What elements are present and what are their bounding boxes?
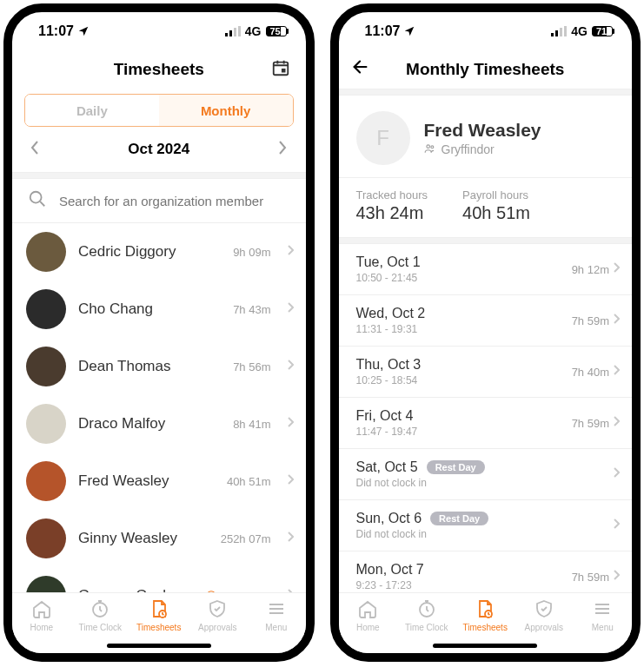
network-label: 4G <box>245 24 262 38</box>
home-indicator[interactable] <box>107 644 211 648</box>
rest-day-badge: Rest Day <box>427 460 485 474</box>
member-name: Fred Weasley <box>78 472 215 490</box>
prev-month-button[interactable] <box>26 140 43 160</box>
search-row[interactable] <box>12 179 306 222</box>
day-duration: 7h 59m <box>572 314 609 327</box>
tab-menu[interactable]: Menu <box>574 598 633 632</box>
day-title: Thu, Oct 3 <box>356 357 572 373</box>
member-row[interactable]: Cedric Diggory9h 09m <box>12 223 306 281</box>
member-time: 7h 43m <box>233 303 270 316</box>
tab-monthly[interactable]: Monthly <box>159 95 293 126</box>
timesheet-icon <box>475 598 495 621</box>
divider <box>339 89 633 96</box>
stat-label: Tracked hours <box>356 188 428 201</box>
chevron-right-icon <box>613 364 620 380</box>
group-label: Gryffindor <box>442 142 495 156</box>
search-input[interactable] <box>59 194 290 208</box>
back-button[interactable] <box>351 57 370 82</box>
chevron-right-icon <box>613 569 620 584</box>
day-title: Tue, Oct 1 <box>356 254 572 270</box>
member-row[interactable]: Cho Chang7h 43m <box>12 281 306 338</box>
member-time: 252h 07m <box>221 532 271 545</box>
status-time: 11:07 <box>365 23 401 39</box>
stat-value: 43h 24m <box>356 203 428 223</box>
day-row[interactable]: Mon, Oct 79:23 - 17:237h 59m <box>339 551 633 592</box>
shield-check-icon <box>534 598 554 621</box>
day-title: Fri, Oct 4 <box>356 408 572 424</box>
signal-icon <box>225 26 241 36</box>
phone-timesheets-list: 11:07 4G 75 Timesheets Daily Monthly <box>3 3 315 662</box>
svg-point-14 <box>426 144 429 148</box>
member-row[interactable]: Dean Thomas7h 56m <box>12 338 306 395</box>
tab-label: Home <box>356 623 380 632</box>
status-bar: 11:07 4G 71 <box>339 12 633 50</box>
chevron-right-icon <box>613 313 620 328</box>
svg-point-15 <box>430 145 433 148</box>
payroll-hours-stat: Payroll hours 40h 51m <box>462 188 530 223</box>
day-duration: 9h 12m <box>572 263 609 276</box>
avatar <box>26 461 66 501</box>
member-row[interactable]: Ginny Weasley252h 07m <box>12 510 306 567</box>
page-title: Monthly Timesheets <box>406 60 564 79</box>
home-indicator[interactable] <box>433 644 537 648</box>
calendar-icon[interactable] <box>271 58 290 82</box>
member-name: Cedric Diggory <box>78 243 221 261</box>
status-time: 11:07 <box>38 23 74 39</box>
svg-rect-11 <box>555 30 558 36</box>
svg-rect-2 <box>234 28 236 36</box>
day-subtitle: 9:23 - 17:23 <box>356 579 572 591</box>
view-segmented-control: Daily Monthly <box>12 89 306 127</box>
day-row[interactable]: Thu, Oct 310:25 - 18:547h 40m <box>339 347 633 397</box>
next-month-button[interactable] <box>274 140 291 160</box>
day-subtitle: 11:47 - 19:47 <box>356 426 572 438</box>
tab-home[interactable]: Home <box>12 598 71 632</box>
chevron-right-icon <box>287 301 294 317</box>
tab-approvals[interactable]: Approvals <box>189 598 248 632</box>
day-subtitle: 10:50 - 21:45 <box>356 272 572 284</box>
tab-label: Menu <box>265 623 287 632</box>
avatar <box>26 232 66 272</box>
member-row[interactable]: Fred Weasley40h 51m <box>12 452 306 510</box>
stat-label: Payroll hours <box>462 188 530 201</box>
profile-header: F Fred Weasley Gryffindor <box>339 96 633 177</box>
month-label: Oct 2024 <box>128 141 189 158</box>
day-row[interactable]: Sat, Oct 5Rest DayDid not clock in <box>339 449 633 499</box>
day-title: Sun, Oct 6Rest Day <box>356 511 614 526</box>
day-duration: 7h 59m <box>572 571 609 584</box>
member-row[interactable]: Draco Malfoy8h 41m <box>12 395 306 452</box>
signal-icon <box>551 26 567 36</box>
day-title: Wed, Oct 2 <box>356 306 572 321</box>
member-row[interactable]: Gregory Goyle241h 07m <box>12 567 306 592</box>
person-group: Gryffindor <box>424 142 541 157</box>
tab-timesheets[interactable]: Timesheets <box>129 598 189 632</box>
svg-rect-4 <box>273 62 288 75</box>
svg-rect-1 <box>229 30 232 36</box>
tab-approvals[interactable]: Approvals <box>515 598 574 632</box>
day-row[interactable]: Wed, Oct 211:31 - 19:317h 59m <box>339 295 633 346</box>
tab-timesheets[interactable]: Timesheets <box>456 598 515 632</box>
day-title: Mon, Oct 7 <box>356 562 572 578</box>
avatar <box>26 404 66 444</box>
svg-point-6 <box>30 192 42 203</box>
chevron-right-icon <box>613 415 620 431</box>
avatar <box>26 518 66 558</box>
tab-daily[interactable]: Daily <box>25 95 159 126</box>
svg-rect-10 <box>551 33 554 36</box>
tab-time-clock[interactable]: Time Clock <box>71 598 130 632</box>
home-icon <box>31 598 52 621</box>
member-time: 40h 51m <box>227 475 271 488</box>
day-row[interactable]: Fri, Oct 411:47 - 19:477h 59m <box>339 398 633 448</box>
day-row[interactable]: Tue, Oct 110:50 - 21:459h 12m <box>339 244 633 294</box>
member-name: Draco Malfoy <box>78 415 221 433</box>
tab-menu[interactable]: Menu <box>247 598 306 632</box>
chevron-right-icon <box>287 359 294 374</box>
svg-rect-12 <box>560 28 562 36</box>
day-row[interactable]: Sun, Oct 6Rest DayDid not clock in <box>339 500 633 551</box>
tab-home[interactable]: Home <box>339 598 398 632</box>
chevron-right-icon <box>613 466 620 482</box>
tab-time-clock[interactable]: Time Clock <box>397 598 456 632</box>
member-time: 8h 41m <box>233 418 270 431</box>
chevron-right-icon <box>287 244 294 260</box>
tab-label: Approvals <box>525 623 563 632</box>
stopwatch-icon <box>90 598 110 621</box>
